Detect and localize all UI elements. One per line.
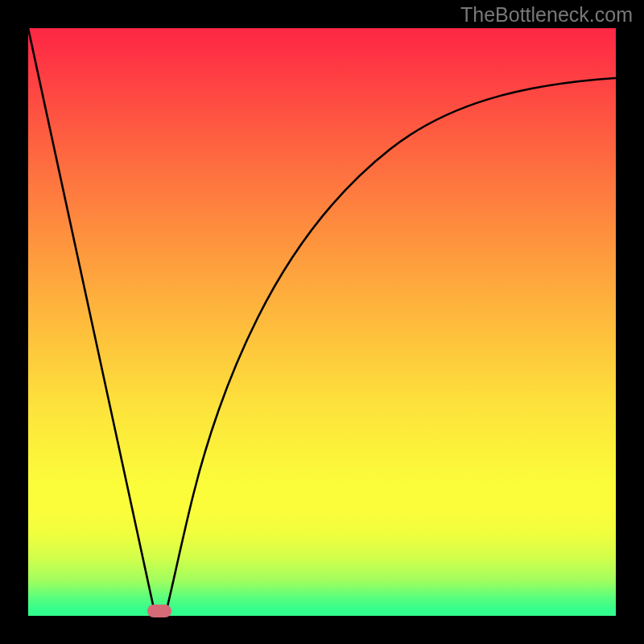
optimum-marker <box>147 605 171 617</box>
plot-area <box>28 28 616 616</box>
right-curve <box>165 78 616 616</box>
watermark-text: TheBottleneck.com <box>460 3 633 27</box>
bottleneck-curve <box>28 28 616 616</box>
chart-frame: TheBottleneck.com <box>0 0 644 644</box>
left-line <box>28 28 155 616</box>
